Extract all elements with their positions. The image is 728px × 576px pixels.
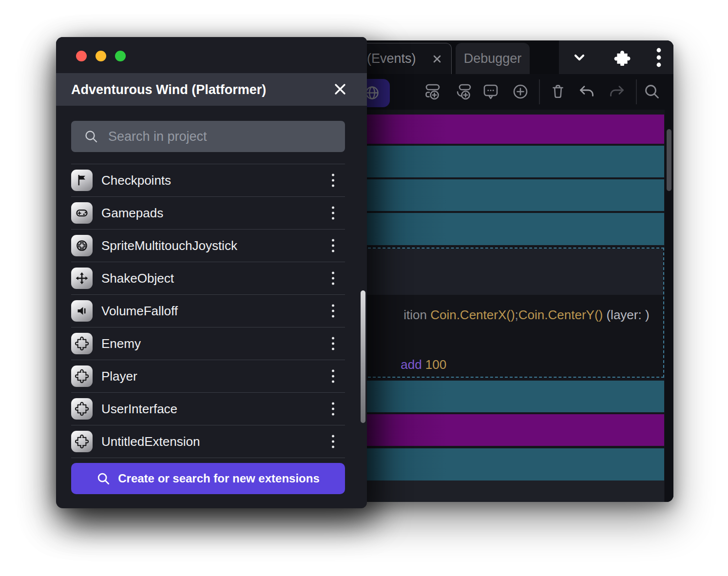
event-row-teal[interactable] xyxy=(363,448,664,480)
code-expression: Coin.CenterY() xyxy=(518,307,603,322)
event-row-teal[interactable] xyxy=(363,381,664,412)
close-window-button[interactable] xyxy=(76,51,87,61)
gamepad-icon xyxy=(71,202,93,224)
extension-label: UntitledExtension xyxy=(101,434,200,449)
window-actions xyxy=(559,40,673,74)
item-menu-icon[interactable] xyxy=(332,207,334,220)
globe-icon xyxy=(366,85,380,101)
extension-label: Enemy xyxy=(101,336,141,351)
close-icon[interactable] xyxy=(332,81,348,97)
event-row-purple[interactable] xyxy=(363,414,664,446)
toolbar-separator xyxy=(636,79,637,104)
event-rows: ition Coin.CenterX();Coin.CenterY() (lay… xyxy=(363,110,664,502)
extension-label: Gamepads xyxy=(101,206,163,221)
more-vertical-icon[interactable] xyxy=(656,47,662,68)
code-expression: Coin.CenterX() xyxy=(430,307,515,322)
add-subevent-icon[interactable] xyxy=(454,82,474,101)
list-item-shakeobject[interactable]: ShakeObject xyxy=(71,262,345,294)
create-extension-label: Create or search for new extensions xyxy=(118,472,319,485)
item-menu-icon[interactable] xyxy=(332,403,334,416)
list-item-untitledextension[interactable]: UntitledExtension xyxy=(71,425,345,458)
drawer-scrollbar-thumb[interactable] xyxy=(361,290,365,423)
tab-debugger-label: Debugger xyxy=(464,51,522,66)
scene-mode-button[interactable] xyxy=(366,79,390,107)
flag-icon xyxy=(71,170,93,191)
search-events-icon[interactable] xyxy=(642,82,662,101)
redo-icon[interactable] xyxy=(607,82,626,101)
code-text: ; xyxy=(515,307,518,322)
extension-label: Checkpoints xyxy=(101,173,171,188)
tab-events[interactable]: (Events) xyxy=(360,43,452,74)
project-search[interactable] xyxy=(71,121,345,152)
item-menu-icon[interactable] xyxy=(332,239,334,252)
item-menu-icon[interactable] xyxy=(332,305,334,318)
extensions-panel: Adventurous Wind (Platformer) Checkpoint… xyxy=(56,37,367,508)
list-item-gamepads[interactable]: Gamepads xyxy=(71,196,345,229)
code-text: (layer: ) xyxy=(603,307,649,322)
puzzle-icon xyxy=(71,333,93,354)
undo-icon[interactable] xyxy=(577,82,597,101)
tab-events-label: (Events) xyxy=(367,51,416,66)
extension-label: UserInterface xyxy=(101,402,177,417)
extensions-list: Checkpoints Gamepads xyxy=(71,164,345,458)
list-item-player[interactable]: Player xyxy=(71,360,345,392)
project-title: Adventurous Wind (Platformer) xyxy=(71,82,266,97)
drawer-header: Adventurous Wind (Platformer) xyxy=(56,73,367,106)
add-circle-icon[interactable] xyxy=(511,82,530,101)
create-extension-button[interactable]: Create or search for new extensions xyxy=(71,463,345,494)
item-menu-icon[interactable] xyxy=(332,174,334,187)
toolbar-separator xyxy=(539,79,540,104)
events-footer-strip xyxy=(363,480,664,502)
joystick-icon xyxy=(71,235,93,256)
add-comment-icon[interactable] xyxy=(481,82,500,101)
extension-label: VolumeFalloff xyxy=(101,304,178,319)
list-item-volumefalloff[interactable]: VolumeFalloff xyxy=(71,294,345,327)
tab-close-icon[interactable] xyxy=(432,54,442,64)
selected-event-conditions[interactable] xyxy=(364,249,663,295)
code-text: ition xyxy=(403,307,430,322)
chevron-down-icon[interactable] xyxy=(571,49,588,66)
extension-label: Player xyxy=(101,369,137,384)
zoom-window-button[interactable] xyxy=(115,51,126,61)
item-menu-icon[interactable] xyxy=(332,337,334,350)
extension-label: SpriteMultitouchJoystick xyxy=(101,238,237,253)
list-item-enemy[interactable]: Enemy xyxy=(71,327,345,360)
event-row-teal[interactable] xyxy=(363,179,664,211)
extension-label: ShakeObject xyxy=(101,271,174,286)
minimize-window-button[interactable] xyxy=(96,51,106,61)
search-input[interactable] xyxy=(107,129,345,145)
tab-debugger[interactable]: Debugger xyxy=(456,43,530,74)
search-icon xyxy=(84,129,98,144)
search-icon xyxy=(96,472,110,485)
list-item-userinterface[interactable]: UserInterface xyxy=(71,392,345,425)
item-menu-icon[interactable] xyxy=(332,272,334,285)
list-item-spritemultitouchjoystick[interactable]: SpriteMultitouchJoystick xyxy=(71,229,345,262)
puzzle-icon xyxy=(71,431,93,452)
event-row-teal[interactable] xyxy=(363,146,664,177)
puzzle-icon xyxy=(71,398,93,420)
selected-event[interactable]: ition Coin.CenterX();Coin.CenterY() (lay… xyxy=(363,248,664,378)
speaker-icon xyxy=(71,300,93,322)
add-event-icon[interactable] xyxy=(423,82,442,101)
puzzle-icon xyxy=(71,365,93,387)
list-item-checkpoints[interactable]: Checkpoints xyxy=(71,164,345,196)
event-row-teal[interactable] xyxy=(363,213,664,245)
item-menu-icon[interactable] xyxy=(332,435,334,448)
event-action-position[interactable]: ition Coin.CenterX();Coin.CenterY() (lay… xyxy=(368,290,650,340)
extensions-puzzle-icon[interactable] xyxy=(614,49,631,66)
item-menu-icon[interactable] xyxy=(332,370,334,383)
trash-icon[interactable] xyxy=(548,82,568,101)
drawer-titlebar xyxy=(56,37,367,73)
scrollbar-thumb[interactable] xyxy=(667,129,671,191)
move-arrows-icon xyxy=(71,268,93,289)
event-row-purple[interactable] xyxy=(363,115,664,144)
